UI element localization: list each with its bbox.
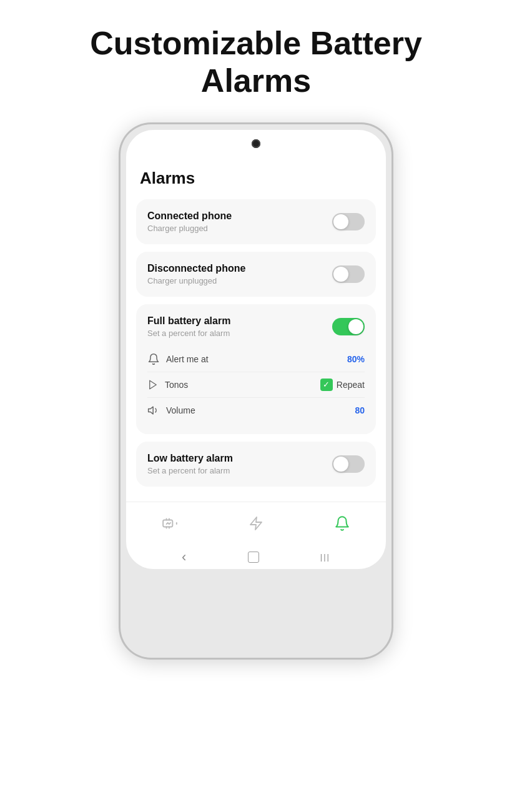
repeat-checkbox[interactable]: ✓ (320, 379, 333, 391)
recent-button[interactable]: ||| (320, 552, 330, 562)
bottom-nav (126, 502, 386, 545)
svg-marker-1 (149, 407, 154, 414)
alert-me-row[interactable]: Alert me at 80% (147, 347, 365, 372)
nav-bell[interactable] (324, 510, 360, 537)
full-battery-toggle[interactable] (332, 318, 365, 335)
app-title: Alarms (140, 169, 372, 188)
full-battery-toggle-knob (348, 319, 363, 334)
card-connected-text: Connected phone Charger plugged (147, 210, 232, 233)
card-disconnected: Disconnected phone Charger unplugged (136, 252, 376, 297)
card-low-battery-row: Low battery alarm Set a percent for alar… (147, 453, 365, 475)
alert-me-label: Alert me at (166, 354, 209, 364)
screen-content: Alarms Connected phone Charger plugged (126, 157, 386, 502)
low-battery-toggle-knob (333, 457, 348, 472)
nav-bolt[interactable] (239, 511, 273, 536)
full-battery-sublabel: Set a percent for alarm (147, 329, 230, 338)
alarm-details: Alert me at 80% Tonos (147, 347, 365, 423)
bell-nav-icon (334, 515, 350, 532)
tonos-left: Tonos (147, 379, 188, 390)
alert-me-value: 80% (347, 354, 365, 364)
phone-top-bar (126, 130, 386, 157)
volume-icon (147, 404, 160, 417)
volume-left: Volume (147, 404, 195, 417)
card-low-battery: Low battery alarm Set a percent for alar… (136, 442, 376, 487)
nav-charging[interactable] (152, 510, 188, 537)
disconnected-toggle-knob (333, 267, 348, 282)
connected-toggle[interactable] (332, 213, 365, 230)
low-battery-toggle[interactable] (332, 455, 365, 473)
volume-value: 80 (355, 405, 365, 415)
volume-row[interactable]: Volume 80 (147, 398, 365, 423)
disconnected-label: Disconnected phone (147, 263, 245, 274)
connected-label: Connected phone (147, 210, 232, 222)
card-connected-row: Connected phone Charger plugged (147, 210, 365, 233)
volume-label: Volume (166, 405, 195, 415)
card-low-battery-text: Low battery alarm Set a percent for alar… (147, 453, 233, 475)
full-battery-label: Full battery alarm (147, 315, 230, 327)
phone-inner: Alarms Connected phone Charger plugged (126, 130, 386, 569)
alert-me-left: Alert me at (147, 353, 209, 365)
svg-marker-0 (150, 380, 157, 389)
connected-sublabel: Charger plugged (147, 224, 232, 233)
tonos-row[interactable]: Tonos ✓ Repeat (147, 372, 365, 398)
bolt-icon (249, 516, 263, 531)
home-button[interactable] (248, 552, 259, 563)
back-button[interactable]: ‹ (182, 549, 186, 565)
card-connected: Connected phone Charger plugged (136, 199, 376, 244)
repeat-label: Repeat (337, 380, 365, 390)
connected-toggle-knob (333, 214, 348, 229)
card-full-battery-text: Full battery alarm Set a percent for ala… (147, 315, 230, 338)
checkmark-icon: ✓ (323, 380, 330, 389)
card-full-battery: Full battery alarm Set a percent for ala… (136, 304, 376, 434)
tonos-label: Tonos (165, 380, 188, 390)
charging-icon (162, 515, 178, 532)
system-nav: ‹ ||| (126, 545, 386, 569)
disconnected-sublabel: Charger unplugged (147, 276, 245, 285)
low-battery-label: Low battery alarm (147, 453, 233, 464)
card-disconnected-row: Disconnected phone Charger unplugged (147, 263, 365, 285)
repeat-group[interactable]: ✓ Repeat (320, 379, 365, 391)
play-icon (147, 379, 159, 390)
cards-container: Connected phone Charger plugged Disconne… (126, 194, 386, 492)
card-disconnected-text: Disconnected phone Charger unplugged (147, 263, 245, 285)
app-header: Alarms (126, 157, 386, 194)
bell-icon (147, 353, 160, 365)
low-battery-sublabel: Set a percent for alarm (147, 466, 233, 475)
phone-frame: Alarms Connected phone Charger plugged (119, 122, 393, 660)
disconnected-toggle[interactable] (332, 265, 365, 283)
camera-dot (252, 139, 260, 148)
page-title: Customizable Battery Alarms (90, 25, 422, 100)
card-full-battery-row: Full battery alarm Set a percent for ala… (147, 315, 365, 338)
